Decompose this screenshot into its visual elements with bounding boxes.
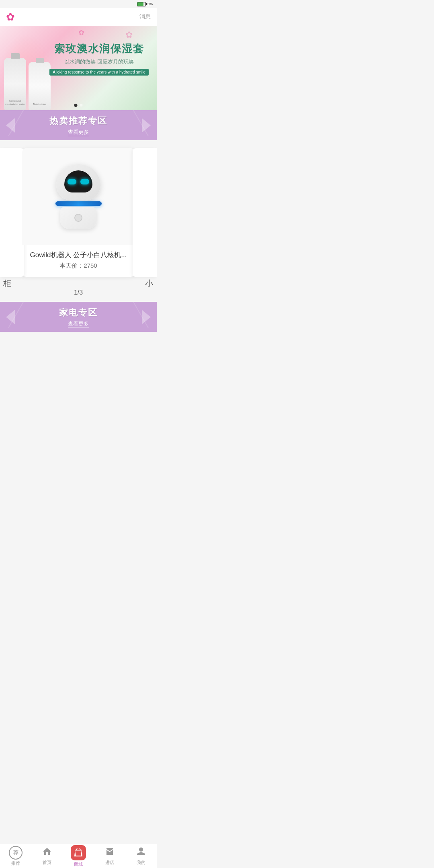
robot-button [74,214,82,222]
dot-1[interactable] [74,104,78,107]
diag-decoration [0,110,157,140]
banner-title: 索玫澳水润保湿套 [49,42,149,56]
snowflake-corner-icon: ✿ [125,30,133,40]
product-card[interactable]: Gowild机器人 公子小白八核机... 本天价：2750 [22,148,135,277]
message-button[interactable]: 消息 [139,13,151,20]
pagination: 1/3 [0,285,157,302]
snowflake-top-icon: ✿ [78,28,84,37]
robot-eye-right [80,179,89,184]
robot-face [64,170,92,192]
banner-bottles: Compoundmoisturising water Moisturizing [4,58,51,110]
arrow-right-icon [142,118,151,133]
diag-decoration-2 [0,302,157,332]
robot-eye-left [68,179,76,184]
product-info: Gowild机器人 公子小白八核机... 本天价：2750 [22,245,135,277]
banner-dots [74,104,83,107]
battery-fill [137,2,143,6]
arrow-left-icon [6,118,15,133]
banner-text-area: 索玫澳水润保湿套 以水润的微笑 回应岁月的玩笑 A joking respons… [49,42,149,76]
signal-text: 5% [147,2,153,6]
appliance-section-header: 家电专区 查看更多 [0,302,157,332]
banner-tag: A joking response to the years with a hy… [49,69,149,76]
banner: ✿ ✿ Compoundmoisturising water Moisturiz… [0,26,157,110]
arrow-right-2-icon [142,310,151,324]
product-carousel: 柜 Gowild机器人 公子小白八核机... 本天价：2750 [0,140,157,285]
side-card-right: 小 [133,148,157,277]
side-card-left: 柜 [0,148,24,277]
arrow-left-2-icon [6,310,15,324]
hot-section-header: 热卖推荐专区 查看更多 [0,110,157,140]
robot-torso [60,207,96,229]
robot-band [55,201,102,206]
bottle-1: Compoundmoisturising water [4,58,26,110]
logo-icon: ✿ [6,11,18,23]
robot-illustration [52,164,104,229]
status-bar: 5% [0,0,157,8]
dot-2[interactable] [80,104,83,106]
robot-head [56,164,100,201]
app-header: ✿ 消息 [0,8,157,26]
banner-subtitle: 以水润的微笑 回应岁月的玩笑 [49,58,149,66]
bottle-2: Moisturizing [29,62,51,110]
battery-icon [137,2,146,6]
product-name: Gowild机器人 公子小白八核机... [29,250,128,260]
product-price: 本天价：2750 [29,262,128,270]
product-image [22,148,135,245]
